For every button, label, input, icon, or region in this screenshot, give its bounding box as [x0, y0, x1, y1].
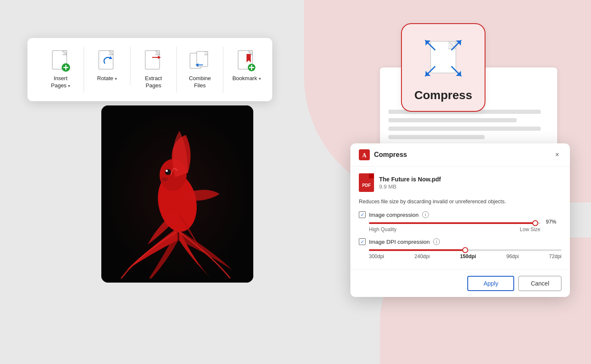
dialog-titlebar: A Compress × — [350, 143, 570, 167]
compress-icon-svg — [418, 33, 469, 84]
compress-dialog: A Compress × PDF The Future is Now.pdf 9… — [350, 143, 570, 297]
image-compression-row: Image compression i — [359, 211, 561, 218]
file-size: 9.9 MB — [379, 183, 441, 190]
toolbar-item-combine-files[interactable]: Combine Files — [177, 46, 223, 93]
slider-label-high: Low Size — [520, 226, 540, 232]
dpi-slider-track — [369, 249, 561, 251]
doc-line — [388, 127, 541, 131]
toolbar-item-bookmark[interactable]: Bookmark ▾ — [223, 46, 270, 86]
apply-button[interactable]: Apply — [467, 276, 514, 291]
bookmark-icon — [236, 50, 258, 72]
dpi-label-150: 150dpi — [460, 253, 476, 259]
image-compression-info-icon[interactable]: i — [422, 211, 429, 218]
compress-icon-card: Compress — [401, 23, 485, 112]
file-name: The Future is Now.pdf — [379, 176, 441, 183]
fish-image-panel — [101, 105, 253, 283]
dpi-fill — [369, 249, 465, 251]
slider-label-low: High Quality — [369, 226, 396, 232]
acrobat-icon: A — [359, 149, 370, 160]
doc-line — [388, 118, 517, 122]
rotate-label: Rotate ▾ — [97, 75, 117, 82]
svg-text:A: A — [362, 152, 367, 159]
dialog-description: Reduces file size by discarding invalid … — [359, 199, 561, 205]
svg-point-24 — [165, 169, 171, 175]
dpi-thumb[interactable] — [462, 247, 468, 253]
dpi-label-240: 240dpi — [415, 253, 430, 259]
toolbar-item-insert-pages[interactable]: Insert Pages ▾ — [38, 46, 84, 93]
slider-value: 97% — [546, 219, 556, 225]
pdf-file-icon: PDF — [359, 173, 374, 192]
dpi-compression-checkbox[interactable] — [359, 238, 366, 245]
rotate-icon — [96, 50, 118, 72]
extract-pages-label: Extract Pages — [145, 75, 162, 89]
combine-files-label: Combine Files — [189, 75, 211, 89]
slider-labels: High Quality Low Size — [369, 226, 540, 232]
toolbar-item-rotate[interactable]: Rotate ▾ — [84, 46, 130, 86]
toolbar-panel: Insert Pages ▾ Rotate ▾ — [27, 38, 272, 101]
dialog-title: Compress — [374, 151, 549, 159]
insert-pages-label: Insert Pages ▾ — [51, 75, 70, 89]
svg-point-26 — [161, 177, 168, 181]
image-compression-checkbox[interactable] — [359, 211, 366, 218]
dpi-compression-info-icon[interactable]: i — [433, 238, 440, 245]
svg-text:PDF: PDF — [362, 183, 371, 188]
dpi-compression-row: Image DPI compression i — [359, 238, 561, 245]
dpi-labels: 300dpi 240dpi 150dpi 96dpi 72dpi — [369, 253, 561, 259]
slider-fill — [369, 222, 535, 224]
cancel-button[interactable]: Cancel — [518, 276, 561, 291]
doc-line — [388, 135, 485, 139]
dialog-body: PDF The Future is Now.pdf 9.9 MB Reduces… — [350, 167, 570, 266]
file-info: PDF The Future is Now.pdf 9.9 MB — [359, 173, 561, 192]
file-details: The Future is Now.pdf 9.9 MB — [379, 176, 441, 190]
dpi-label-300: 300dpi — [369, 253, 384, 259]
insert-pages-icon — [50, 50, 72, 72]
bookmark-label: Bookmark ▾ — [232, 75, 260, 82]
dpi-label-96: 96dpi — [506, 253, 518, 259]
slider-thumb[interactable] — [532, 220, 538, 226]
toolbar-items: Insert Pages ▾ Rotate ▾ — [38, 46, 262, 93]
combine-files-icon — [189, 50, 211, 72]
image-compression-slider-container: 97% High Quality Low Size — [369, 222, 561, 232]
image-compression-label: Image compression — [369, 212, 419, 218]
betta-fish-svg — [110, 110, 245, 278]
dpi-compression-label: Image DPI compression — [369, 239, 430, 245]
dpi-label-72: 72dpi — [549, 253, 561, 259]
image-compression-track: 97% — [369, 222, 540, 224]
svg-point-25 — [166, 170, 168, 172]
extract-pages-icon — [143, 50, 165, 72]
dialog-close-button[interactable]: × — [553, 151, 561, 159]
dialog-footer: Apply Cancel — [350, 270, 570, 297]
compress-card-label: Compress — [415, 89, 472, 102]
toolbar-item-extract-pages[interactable]: Extract Pages — [130, 46, 177, 93]
fish-image — [101, 105, 253, 283]
